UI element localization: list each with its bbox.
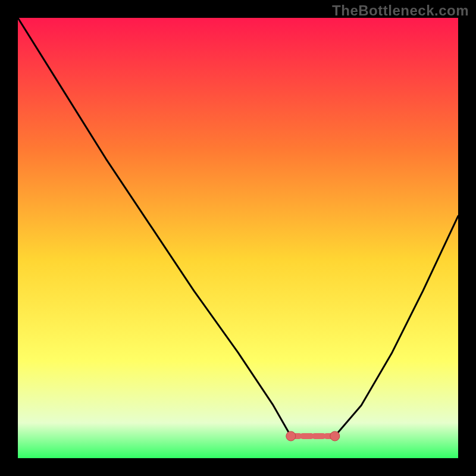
plot-svg xyxy=(18,18,458,458)
attribution-text: TheBottleneck.com xyxy=(332,2,469,19)
plot-area xyxy=(18,18,458,458)
trough-endpoint xyxy=(286,431,296,441)
gradient-background xyxy=(18,18,458,458)
chart-frame: TheBottleneck.com xyxy=(0,0,476,476)
trough-endpoint xyxy=(330,431,340,441)
